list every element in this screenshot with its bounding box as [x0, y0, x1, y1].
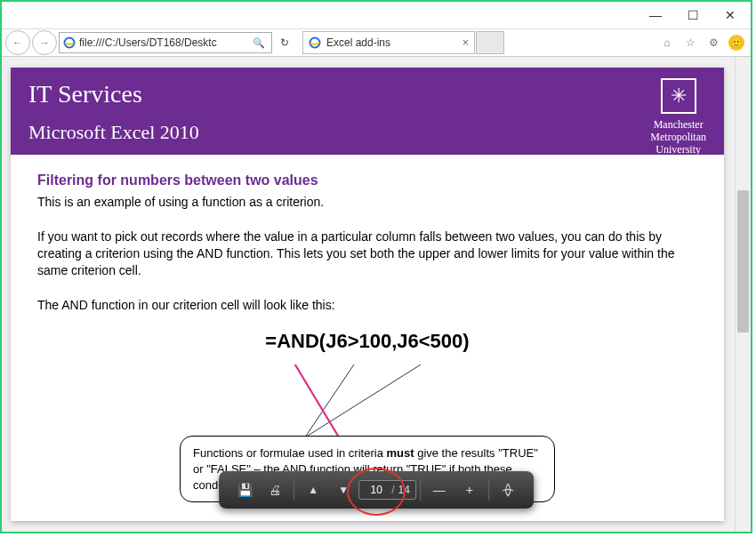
gear-icon[interactable]: ⚙ — [704, 34, 722, 52]
content-viewport: IT Services Microsoft Excel 2010 ✳ Manch… — [2, 57, 751, 532]
back-button[interactable]: ← — [5, 30, 30, 55]
tab-close-button[interactable]: × — [462, 36, 469, 49]
pdf-zoom-out-button[interactable]: — — [429, 479, 450, 501]
pdf-toolbar: 💾 🖨 ▲ ▼ / 14 — + — [219, 471, 534, 509]
window-maximize-button[interactable]: ☐ — [674, 4, 712, 27]
separator — [488, 479, 489, 501]
favorites-icon[interactable]: ☆ — [681, 34, 699, 52]
logo-mark-icon: ✳ — [661, 78, 696, 114]
forward-button[interactable]: → — [32, 30, 57, 55]
document-banner: IT Services Microsoft Excel 2010 ✳ Manch… — [11, 68, 724, 155]
browser-toolbar: ← → file:///C:/Users/DT168/Desktc 🔍 ↻ Ex… — [2, 29, 751, 57]
browser-tab[interactable]: Excel add-ins × — [302, 31, 475, 54]
paragraph-2: If you want to pick out records where th… — [37, 228, 697, 280]
pdf-page-sep: / — [391, 484, 394, 496]
pdf-print-button[interactable]: 🖨 — [264, 479, 286, 501]
ie-icon — [63, 36, 76, 49]
window-minimize-button[interactable]: — — [637, 4, 674, 27]
separator — [420, 479, 421, 501]
pdf-save-button[interactable]: 💾 — [234, 479, 255, 501]
svg-line-3 — [305, 365, 421, 437]
banner-subtitle: Microsoft Excel 2010 — [28, 121, 706, 144]
svg-line-2 — [305, 365, 354, 437]
window-close-button[interactable]: ✕ — [712, 4, 749, 27]
tab-title: Excel add-ins — [326, 36, 390, 49]
paragraph-1: This is an example of using a function a… — [37, 194, 697, 211]
pdf-page-down-button[interactable]: ▼ — [333, 479, 354, 501]
separator — [294, 479, 294, 501]
formula-text: =AND(J6>100,J6<500) — [37, 328, 697, 355]
paragraph-3: The AND function in our criterion cell w… — [37, 297, 697, 314]
pdf-total-pages: 14 — [398, 484, 409, 496]
ie-icon — [309, 36, 321, 49]
pdf-acrobat-icon[interactable] — [497, 479, 519, 501]
address-bar[interactable]: file:///C:/Users/DT168/Desktc 🔍 — [59, 32, 272, 53]
university-logo: ✳ Manchester Metropolitan University — [650, 78, 706, 156]
search-icon[interactable]: 🔍 — [250, 34, 268, 52]
pdf-current-page-input[interactable] — [365, 483, 388, 497]
pdf-page-up-button[interactable]: ▲ — [302, 479, 324, 501]
refresh-button[interactable]: ↻ — [276, 34, 294, 52]
window-titlebar: — ☐ ✕ — [2, 2, 751, 29]
new-tab-button[interactable] — [476, 31, 504, 54]
callout-text-a: Functions or formulae used in criteria — [193, 446, 386, 460]
address-url: file:///C:/Users/DT168/Desktc — [79, 36, 248, 49]
scrollbar-thumb[interactable] — [737, 190, 749, 333]
logo-text-3: University — [650, 144, 706, 156]
vertical-scrollbar[interactable] — [735, 57, 751, 532]
callout-must: must — [386, 446, 414, 460]
section-title: Filtering for numbers between two values — [37, 171, 697, 190]
pdf-zoom-in-button[interactable]: + — [459, 479, 480, 501]
banner-title: IT Services — [28, 80, 706, 108]
smiley-icon[interactable]: 🙂 — [728, 34, 745, 52]
document-body: Filtering for numbers between two values… — [11, 155, 724, 523]
logo-text-2: Metropolitan — [650, 132, 706, 144]
pdf-page-indicator[interactable]: / 14 — [358, 480, 416, 500]
logo-text-1: Manchester — [650, 119, 706, 132]
home-icon[interactable]: ⌂ — [658, 34, 676, 52]
pdf-page: IT Services Microsoft Excel 2010 ✳ Manch… — [11, 68, 724, 521]
